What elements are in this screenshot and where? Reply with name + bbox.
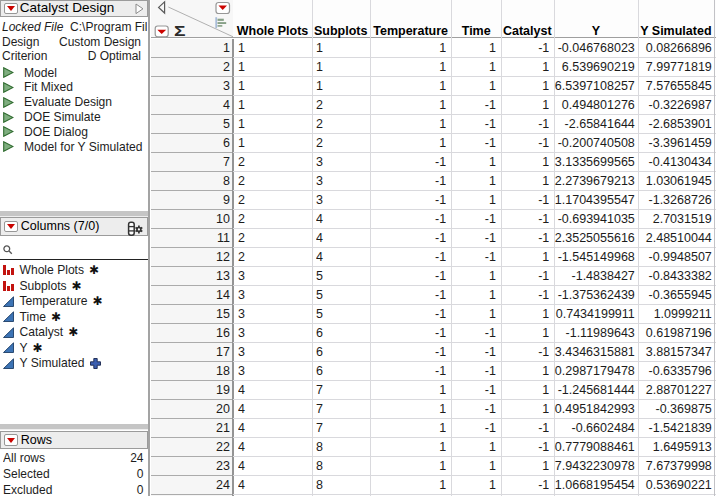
svg-text:Σ: Σ [174,23,186,37]
